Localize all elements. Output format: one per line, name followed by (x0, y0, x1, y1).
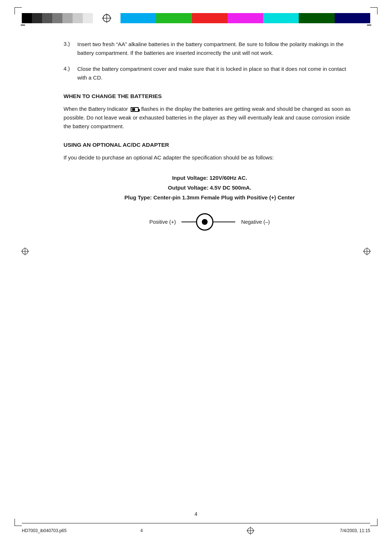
top-bar (22, 11, 370, 25)
batteries-section-body: When the Battery Indicator flashes in th… (64, 105, 356, 131)
swatch-black (22, 13, 32, 23)
batteries-section-title: WHEN TO CHANGE THE BATTERIES (64, 93, 356, 100)
battery-icon (131, 107, 139, 112)
swatch-red (192, 13, 228, 23)
main-content: 3.) Insert two fresh “AA” alkaline batte… (64, 40, 356, 242)
swatch-teal (263, 13, 299, 23)
footer: HD7003_ib040703.p65 4 7/4/2003, 11:15 (22, 523, 370, 535)
adapter-specs: Input Voltage: 120V/60Hz AC. Output Volt… (64, 173, 356, 202)
swatch-gray (52, 13, 62, 23)
color-strip-left (22, 13, 93, 23)
footer-crosshair (196, 526, 305, 535)
swatch-verylightgray (83, 13, 93, 23)
item-3-number: 3.) (64, 40, 77, 57)
item-3-text: Insert two fresh “AA” alkaline batteries… (77, 40, 356, 57)
plug-line-left (181, 222, 196, 222)
positive-label: Positive (+) (150, 219, 176, 225)
swatch-magenta (228, 13, 263, 23)
plug-circle-inner (202, 219, 208, 225)
reg-mark-bottom-right (370, 519, 377, 526)
swatch-darkblue (335, 13, 370, 23)
swatch-darkgray1 (32, 13, 42, 23)
reg-mark-top-right (370, 7, 377, 15)
adapter-intro: If you decide to purchase an optional AC… (64, 153, 356, 162)
footer-page-num: 4 (87, 528, 196, 533)
swatch-green (156, 13, 192, 23)
footer-filename: HD7003_ib040703.p65 (22, 528, 87, 533)
swatch-cyan (121, 13, 156, 23)
plug-circle (196, 213, 213, 231)
batteries-body-text: When the Battery Indicator (64, 106, 128, 112)
item-4-text: Close the battery compartment cover and … (77, 65, 356, 82)
reg-mark-bottom-left (15, 519, 22, 526)
adapter-section-title: USING AN OPTIONAL AC/DC ADAPTER (64, 142, 356, 148)
output-voltage: Output Voltage: 4.5V DC 500mA. (64, 183, 356, 193)
input-voltage: Input Voltage: 120V/60Hz AC. (64, 173, 356, 183)
negative-label: Negative (–) (241, 219, 270, 225)
crosshair-top-center (100, 12, 113, 25)
plug-diagram: Positive (+) Negative (–) (64, 213, 356, 231)
plug-line-right (213, 222, 235, 222)
crosshair-left-mid (21, 247, 29, 257)
color-strip-right (121, 13, 370, 23)
swatch-darkgreen (299, 13, 334, 23)
item-4-number: 4.) (64, 65, 77, 82)
swatch-lightgray1 (62, 13, 73, 23)
plug-type: Plug Type: Center-pin 1.3mm Female Plug … (64, 193, 356, 202)
footer-date: 7/4/2003, 11:15 (305, 528, 370, 533)
reg-mark-top-left (15, 7, 22, 15)
crosshair-right-mid (363, 247, 371, 257)
page-number: 4 (0, 511, 392, 517)
list-item-4: 4.) Close the battery compartment cover … (64, 65, 356, 82)
swatch-lightgray2 (73, 13, 83, 23)
list-item-3: 3.) Insert two fresh “AA” alkaline batte… (64, 40, 356, 57)
swatch-darkgray2 (42, 13, 52, 23)
